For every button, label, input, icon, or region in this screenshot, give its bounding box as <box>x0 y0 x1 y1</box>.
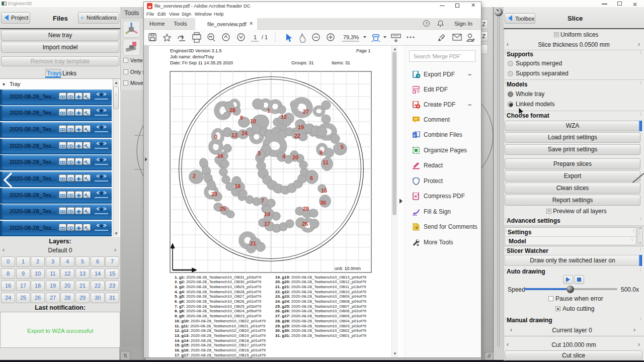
svg-text:2: 2 <box>193 173 196 179</box>
svg-text:12: 12 <box>281 114 287 120</box>
svg-text:7. g7: 2020-08-28_Testbench10_: 7. g7: 2020-08-28_Testbench10_OB25_p03of… <box>175 304 262 309</box>
svg-text:1: 1 <box>254 34 257 40</box>
svg-text:unit: 10.0mm: unit: 10.0mm <box>335 266 361 271</box>
svg-text:16: 16 <box>217 153 223 159</box>
svg-text:30. g30: 2020-08-28_Testbench1: 30. g30: 2020-08-28_Testbench10_OB02_p04… <box>275 328 367 333</box>
svg-text:29. g29: 2020-08-28_Testbench1: 29. g29: 2020-08-28_Testbench10_OB03_p03… <box>275 324 367 328</box>
svg-text:1: 1 <box>267 108 270 114</box>
svg-text:7: 7 <box>261 198 264 204</box>
svg-text:Engineer3D Version 3.1.5: Engineer3D Version 3.1.5 <box>170 48 222 53</box>
svg-text:Date: Fri Sep 11 14:35:25 2020: Date: Fri Sep 11 14:35:25 2020 <box>170 60 233 65</box>
svg-text:9. g9: 2020-08-28_Testbench10_: 9. g9: 2020-08-28_Testbench10_OB23_p01of… <box>175 314 262 318</box>
svg-text:25: 25 <box>220 206 226 212</box>
svg-text:A: A <box>414 194 417 199</box>
svg-text:20: 20 <box>292 154 298 160</box>
svg-text:8: 8 <box>319 149 323 155</box>
svg-text:13. g13: 2020-08-28_Testbench1: 13. g13: 2020-08-28_Testbench10_OB19_p01… <box>175 333 266 338</box>
svg-text:Items: 31: Items: 31 <box>332 60 350 65</box>
svg-text:25. g25: 2020-08-28_Testbench1: 25. g25: 2020-08-28_Testbench10_OB07_p03… <box>275 304 367 309</box>
svg-text:22: 22 <box>294 133 300 139</box>
svg-text:/ 1: / 1 <box>262 34 268 40</box>
svg-text:19. g19: 2020-08-28_Testbench1: 19. g19: 2020-08-28_Testbench10_OB13_p04… <box>275 275 367 280</box>
svg-text:20. g20: 2020-08-28_Testbench1: 20. g20: 2020-08-28_Testbench10_OB12_p03… <box>275 280 367 284</box>
svg-text:26: 26 <box>302 221 308 227</box>
svg-text:3: 3 <box>258 150 261 156</box>
svg-text:26. g26: 2020-08-28_Testbench1: 26. g26: 2020-08-28_Testbench10_OB06_p02… <box>275 309 367 313</box>
svg-text:2. g2: 2020-08-28_Testbench10_: 2. g2: 2020-08-28_Testbench10_OB30_p03of… <box>175 280 262 284</box>
svg-text:23: 23 <box>211 191 217 197</box>
svg-text:10: 10 <box>250 118 256 124</box>
svg-text:Groups: 31: Groups: 31 <box>291 60 314 65</box>
svg-text:17: 17 <box>264 221 270 227</box>
svg-text:79,3%: 79,3% <box>343 34 359 40</box>
svg-text:24: 24 <box>242 130 248 136</box>
svg-text:5: 5 <box>341 144 344 150</box>
svg-text:31. g31: 2020-08-28_Testbench1: 31. g31: 2020-08-28_Testbench10_OB01_p01… <box>275 333 367 338</box>
svg-text:21: 21 <box>250 240 256 246</box>
svg-text:6. g6: 2020-08-28_Testbench10_: 6. g6: 2020-08-28_Testbench10_OB26_p01of… <box>175 299 262 304</box>
svg-text:3. g3: 2020-08-28_Testbench10_: 3. g3: 2020-08-28_Testbench10_OB29_p01of… <box>175 285 262 289</box>
svg-text:18: 18 <box>234 183 240 189</box>
svg-text:0: 0 <box>214 134 217 140</box>
svg-text:21. g21: 2020-08-28_Testbench1: 21. g21: 2020-08-28_Testbench10_OB11_p13… <box>275 285 366 289</box>
svg-text:15: 15 <box>321 188 327 194</box>
svg-text:4. g4: 2020-08-28_Testbench10_: 4. g4: 2020-08-28_Testbench10_OB28_p01of… <box>175 290 262 294</box>
svg-text:6: 6 <box>310 175 313 181</box>
svg-text:5. g5: 2020-08-28_Testbench10_: 5. g5: 2020-08-28_Testbench10_OB27_p03of… <box>175 294 262 299</box>
svg-text:28. g28: 2020-08-28_Testbench1: 28. g28: 2020-08-28_Testbench10_OB04_p01… <box>275 319 367 323</box>
svg-text:4: 4 <box>282 153 286 159</box>
svg-text:Page 1: Page 1 <box>356 48 371 53</box>
svg-text:27. g27: 2020-08-28_Testbench1: 27. g27: 2020-08-28_Testbench10_OB05_p03… <box>275 314 367 318</box>
svg-text:13: 13 <box>231 132 237 138</box>
svg-text:9: 9 <box>240 115 243 121</box>
svg-text:11: 11 <box>323 159 329 165</box>
svg-text:14. g14: 2020-08-28_Testbench1: 14. g14: 2020-08-28_Testbench10_OB18_p01… <box>175 338 266 343</box>
svg-text:10. g10: 2020-08-28_Testbench1: 10. g10: 2020-08-28_Testbench10_OB22_p01… <box>175 319 266 323</box>
svg-text:15. g15: 2020-08-28_Testbench1: 15. g15: 2020-08-28_Testbench10_OB17_p01… <box>175 343 266 347</box>
svg-text:30: 30 <box>320 200 326 206</box>
svg-text:8. g8: 2020-08-28_Testbench10_: 8. g8: 2020-08-28_Testbench10_OB24_p05of… <box>175 309 262 313</box>
svg-text:17. g17: 2020-08-28_Testbench1: 17. g17: 2020-08-28_Testbench10_OB15_p01… <box>175 353 266 357</box>
svg-text:19: 19 <box>298 124 304 130</box>
svg-text:1. g1: 2020-08-28_Testbench10_: 1. g1: 2020-08-28_Testbench10_OB31_p03of… <box>175 275 262 280</box>
svg-text:27: 27 <box>303 109 309 115</box>
svg-text:23. g23: 2020-08-28_Testbench1: 23. g23: 2020-08-28_Testbench10_OB09_p04… <box>275 294 367 299</box>
svg-text:28: 28 <box>229 107 235 113</box>
svg-text:24. g24: 2020-08-28_Testbench1: 24. g24: 2020-08-28_Testbench10_OB08_p04… <box>275 299 367 304</box>
svg-text:12. g12: 2020-08-28_Testbench1: 12. g12: 2020-08-28_Testbench10_OB20_p01… <box>175 328 266 333</box>
svg-text:14: 14 <box>264 211 271 217</box>
svg-text:22. g22: 2020-08-28_Testbench1: 22. g22: 2020-08-28_Testbench10_OB10_p02… <box>275 290 367 294</box>
svg-text:11. g11: 2020-08-28_Testbench1: 11. g11: 2020-08-28_Testbench10_OB21_p01… <box>175 324 266 328</box>
svg-text:Job name: demo/Tray: Job name: demo/Tray <box>170 54 214 59</box>
svg-text:29: 29 <box>303 206 309 212</box>
svg-text:16. g16: 2020-08-28_Testbench1: 16. g16: 2020-08-28_Testbench10_OB16_p01… <box>175 348 266 352</box>
